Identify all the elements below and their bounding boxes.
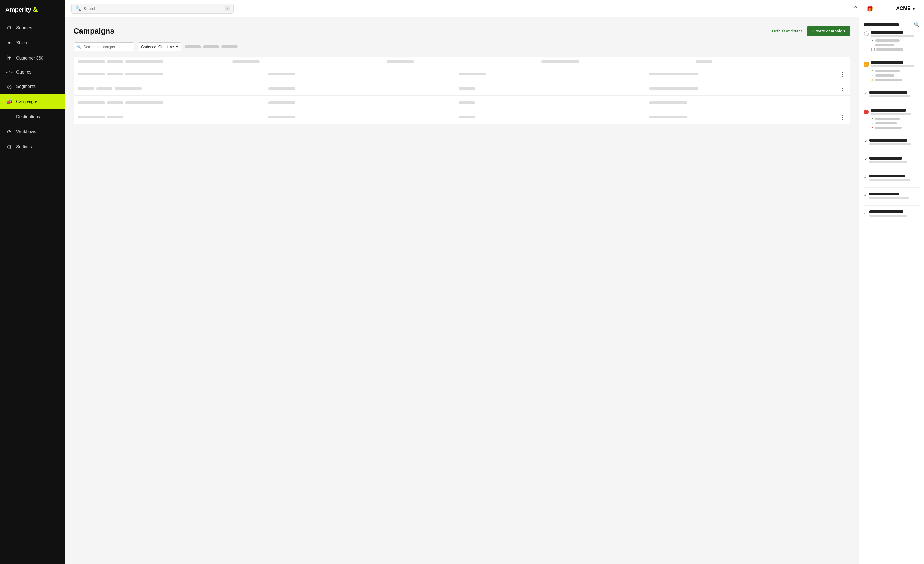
campaigns-icon: 📣 <box>6 98 12 105</box>
sidebar-item-settings[interactable]: ⚙ Settings <box>0 139 65 155</box>
search-campaigns-icon: 🔍 <box>77 45 81 49</box>
check-line: ● <box>871 126 920 129</box>
row-col <box>650 116 836 119</box>
help-button[interactable]: ? <box>851 5 860 13</box>
warning-icon: ⚠ <box>864 62 868 66</box>
skeleton <box>107 73 123 75</box>
sidebar-item-queries[interactable]: </> Queries <box>0 65 65 79</box>
search-shortcut: / <box>225 6 230 11</box>
skeleton <box>650 116 687 119</box>
right-panel-search-icon[interactable]: 🔍 <box>914 22 920 28</box>
sidebar-item-destinations[interactable]: → Destinations <box>0 109 65 124</box>
row-actions-menu[interactable]: ⋮ <box>840 114 846 120</box>
cadence-dropdown-icon: ▾ <box>176 45 178 49</box>
row-col <box>268 73 455 75</box>
activity-title <box>869 193 899 195</box>
sidebar-item-segments[interactable]: ◎ Segments <box>0 79 65 94</box>
activity-header: ✓ <box>864 211 920 217</box>
check-text <box>875 122 897 125</box>
activity-title <box>871 61 903 64</box>
skeleton <box>115 87 142 90</box>
main-wrapper: 🔍 / ? 🎁 ⋮ ACME ▾ Campaigns <box>65 0 924 564</box>
row-col <box>459 73 645 75</box>
activity-header: ✓ <box>864 193 920 199</box>
status-loading-icon <box>864 32 868 36</box>
check-line: ✓ <box>871 117 920 120</box>
user-menu[interactable]: ACME ▾ <box>894 4 918 13</box>
check-icon: ✓ <box>871 43 874 47</box>
row-col <box>542 60 692 63</box>
skeleton <box>268 101 296 104</box>
sources-icon: ⚙ <box>6 25 12 31</box>
check-status-icon: ✓ <box>864 139 867 144</box>
row-actions-menu[interactable]: ⋮ <box>840 99 846 106</box>
more-button[interactable]: ⋮ <box>879 5 888 13</box>
create-campaign-button[interactable]: Create campaign <box>807 26 850 36</box>
row-actions-menu[interactable]: ⋮ <box>840 71 846 77</box>
segments-icon: ◎ <box>6 83 12 90</box>
row-main <box>78 73 264 75</box>
row-col <box>459 116 645 119</box>
customer360-icon: 🗄 <box>6 55 12 61</box>
activity-title <box>871 109 906 112</box>
skeleton <box>78 73 105 75</box>
sidebar-item-campaigns[interactable]: 📣 Campaigns <box>0 94 65 109</box>
topbar: 🔍 / ? 🎁 ⋮ ACME ▾ <box>65 0 924 17</box>
activity-item: ✓ <box>864 211 920 223</box>
skeleton <box>78 116 105 119</box>
campaigns-search[interactable]: 🔍 <box>74 42 134 51</box>
activity-subtitle <box>869 179 910 181</box>
sidebar-item-customer360[interactable]: 🗄 Customer 360 <box>0 51 65 65</box>
search-campaigns-input[interactable] <box>84 45 131 49</box>
row-col <box>650 87 836 90</box>
activity-title <box>871 31 903 33</box>
row-col <box>459 87 645 90</box>
global-search[interactable]: 🔍 / <box>71 3 234 14</box>
workflows-icon: ⟳ <box>6 128 12 135</box>
activity-header: ⚠ <box>864 61 920 67</box>
sidebar-label-settings: Settings <box>16 144 32 149</box>
check-line: ✓ <box>871 74 920 77</box>
check-status-icon: ✓ <box>864 211 867 216</box>
check-icon: ✓ <box>871 74 874 77</box>
gift-icon: 🎁 <box>866 5 873 12</box>
cadence-filter[interactable]: Cadence: One-time ▾ <box>138 42 182 51</box>
skeleton <box>232 60 260 63</box>
sidebar-item-workflows[interactable]: ⟳ Workflows <box>0 124 65 139</box>
skeleton <box>96 87 112 90</box>
check-text <box>875 70 900 72</box>
sidebar-label-queries: Queries <box>16 70 32 75</box>
row-col <box>459 101 645 104</box>
activity-header <box>864 31 920 37</box>
skeleton <box>125 73 163 75</box>
row-actions-menu[interactable]: ⋮ <box>840 85 846 92</box>
check-icon: ✓ <box>871 117 874 120</box>
check-text <box>875 44 894 46</box>
activity-item: ✓ ✓ <box>864 31 920 56</box>
activity-header: ✓ <box>864 91 920 98</box>
right-panel-title-skeleton <box>864 23 899 26</box>
skeleton <box>125 101 163 104</box>
global-search-input[interactable] <box>84 6 222 11</box>
destinations-icon: → <box>6 114 12 120</box>
filter-pill-2 <box>203 45 219 48</box>
skeleton <box>78 60 105 63</box>
activity-item: ✓ <box>864 139 920 152</box>
check-icon: ✓ <box>871 39 874 42</box>
error-check-icon: ● <box>871 126 873 129</box>
skeleton <box>107 101 123 104</box>
skeleton <box>125 60 163 63</box>
check-icon: ✓ <box>871 69 874 72</box>
row-main <box>78 60 228 63</box>
logo: Amperity & <box>0 0 65 20</box>
sidebar-item-sources[interactable]: ⚙ Sources <box>0 20 65 35</box>
activity-checks: ✓ ✓ <box>871 39 920 51</box>
sidebar-label-segments: Segments <box>16 84 36 89</box>
check-status-icon: ✓ <box>864 157 867 162</box>
default-attributes-link[interactable]: Default attributes <box>772 29 802 33</box>
right-panel: 🔍 ✓ ✓ <box>859 17 924 564</box>
row-main <box>78 101 264 104</box>
error-icon: ! <box>864 110 868 114</box>
notifications-button[interactable]: 🎁 <box>866 5 874 13</box>
sidebar-item-stitch[interactable]: ✦ Stitch <box>0 35 65 51</box>
